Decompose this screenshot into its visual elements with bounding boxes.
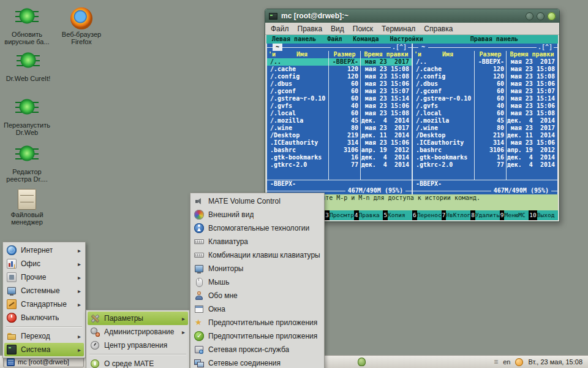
update-notifier-icon[interactable] [515,358,523,366]
menu-item-preferred-applications-1[interactable]: Предпочтительные приложения [192,316,323,329]
file-row[interactable]: .gtk-bookmarks16дек. 4 2014 [413,154,557,161]
column-header-mtime[interactable]: Время правки [506,51,557,58]
fkey-number: 9 [500,210,505,220]
panel-path-tab[interactable]: ~ [418,44,428,51]
menubar-item[interactable]: Справка [420,23,457,34]
menu-item-places[interactable]: Переход▸ [4,329,84,343]
menu-item-about-mate[interactable]: О среде MATE [88,357,188,368]
file-row[interactable]: /.config120мая 23 15:08 [267,73,412,80]
menubar-item[interactable]: Вид [326,23,349,34]
tray-icon[interactable] [358,358,366,366]
mc-menu-item[interactable]: Настройки [385,35,429,44]
file-row[interactable]: /Desktop219дек. 11 2014 [413,132,557,139]
keyboard-icon [194,237,204,247]
fkey-5[interactable]: 5Копия [383,210,412,220]
file-row[interactable]: /.mozilla45дек. 4 2014 [267,117,412,125]
desktop-icon-drweb-cureit[interactable]: Dr.Web CureIt! [1,52,55,82]
file-row[interactable]: /.gconf60мая 23 15:07 [413,88,557,95]
mc-menu-item[interactable]: Файл [322,35,347,44]
desktop-icon-file-manager[interactable]: Файловый менеджер [0,189,54,226]
menu-item-assistive-technologies[interactable]: Вспомогательные технологии [192,221,323,235]
file-row[interactable]: .gtkrc-2.077дек. 4 2014 [413,161,557,169]
file-row[interactable]: .bashrc3106апр. 19 2012 [413,147,557,154]
file-row[interactable]: /.wine80мая 23 2017 [413,125,557,132]
menu-item-shutdown[interactable]: Выключить [4,311,84,324]
window-titlebar[interactable]: mc [root@drweb]:~ [265,9,559,23]
menu-item-other[interactable]: Прочие▸ [4,270,84,284]
file-row[interactable]: /.local60мая 23 15:08 [267,110,412,117]
desktop-icon-registry-editor[interactable]: Редактор реестра Dr.... [0,145,54,183]
menu-item-keyboard[interactable]: Клавиатура [192,235,323,248]
menubar-item[interactable]: Файл [266,23,293,34]
menu-item-volume-control[interactable]: MATE Volume Control [192,194,323,208]
file-row[interactable]: /.gstrea~r-0.1060мая 23 15:14 [413,95,557,102]
mc-menu-item[interactable]: Команда [347,35,384,44]
fkey-3[interactable]: 3Просмтр [325,210,354,220]
desktop-icon-update-virus-db[interactable]: Обновить вирусные ба... [0,7,54,45]
menu-item-accessories[interactable]: Стандартные▸ [4,297,84,311]
column-header-size[interactable]: Размер [474,51,506,58]
mc-menu-item[interactable]: Левая панель [266,35,322,44]
menu-item-windows[interactable]: Окна [192,302,323,316]
clock[interactable]: Вт., 23 мая, 15:08 [528,358,582,366]
file-row[interactable]: /Desktop219дек. 11 2014 [267,132,412,139]
keyboard-layout-indicator[interactable]: en [503,358,510,366]
column-header-name[interactable]: 'иИмя [413,51,474,58]
file-row[interactable]: /.local60мая 23 15:08 [413,110,557,117]
minimize-button[interactable] [526,12,533,20]
menu-item-system[interactable]: Система▸ [4,343,84,356]
file-row[interactable]: /.cache120мая 23 15:08 [413,66,557,73]
panel-path-tab[interactable]: ~ [273,44,282,51]
file-row[interactable]: /.cache120мая 23 15:08 [267,66,412,73]
column-header-size[interactable]: Размер [328,51,360,58]
file-row[interactable]: .ICEauthority314мая 23 15:06 [267,139,412,147]
file-row[interactable]: /.dbus60мая 23 15:06 [413,80,557,88]
menubar-item[interactable]: Поиск [349,23,377,34]
file-mtime: апр. 19 2012 [360,147,412,154]
file-row[interactable]: .gtk-bookmarks16дек. 4 2014 [267,154,412,161]
desktop-icon-restart-drweb[interactable]: Перезапустить Dr.Web [0,98,54,136]
menu-item-appearance[interactable]: Внешний вид [192,208,323,221]
menu-item-internet[interactable]: Интернет▸ [4,243,84,257]
file-row[interactable]: /.gstrea~r-0.1060мая 23 15:14 [267,95,412,102]
fkey-7[interactable]: 7НвКтлог [442,210,471,220]
fkey-6[interactable]: 6Перенос [412,210,442,220]
menubar-item[interactable]: Правка [293,23,327,34]
menu-item-office[interactable]: Офис▸ [4,257,84,270]
menu-item-preferences[interactable]: Параметры▸ [88,312,188,325]
fkey-9[interactable]: 9МенюМС [500,210,529,220]
column-header-name[interactable]: 'иИмя [267,51,328,58]
file-row[interactable]: /..-ВВЕРХ-мая 23 2017 [267,58,412,66]
close-button[interactable] [548,12,556,20]
fkey-4[interactable]: 4Правка [354,210,383,220]
menu-item-about-me[interactable]: Обо мне [192,289,323,302]
fkey-8[interactable]: 8Удалить [470,210,500,220]
file-row[interactable]: /.gvfs40мая 23 15:06 [413,102,557,110]
menu-item-mouse[interactable]: Мышь [192,275,323,289]
menu-item-system-tools[interactable]: Системные▸ [4,284,84,297]
menu-item-preferred-applications-2[interactable]: Предпочтительные приложения [192,329,323,343]
menu-item-control-center[interactable]: Центр управления [88,339,188,352]
taskbar-window-button[interactable]: mc [root@drweb] [3,357,84,367]
file-row[interactable]: /.dbus60мая 23 15:06 [267,80,412,88]
menu-item-network-connections[interactable]: Сетевые соединения [192,356,323,368]
file-row[interactable]: /.wine80мая 23 2017 [267,125,412,132]
menu-item-network-proxy[interactable]: Сетевая прокси-служба [192,343,323,356]
file-row[interactable]: .gtkrc-2.077дек. 4 2014 [267,161,412,169]
file-row[interactable]: .bashrc3106апр. 19 2012 [267,147,412,154]
menu-item-monitors[interactable]: Мониторы [192,262,323,275]
file-row[interactable]: .ICEauthority314мая 23 15:06 [413,139,557,147]
file-row[interactable]: /.gvfs40мая 23 15:06 [267,102,412,110]
menubar-item[interactable]: Терминал [377,23,420,34]
file-row[interactable]: /.mozilla45дек. 4 2014 [413,117,557,125]
menu-item-keyboard-shortcuts[interactable]: Комбинации клавиш клавиатуры [192,248,323,262]
file-row[interactable]: /..-ВВЕРХ-мая 23 2017 [413,58,557,66]
desktop-icon-firefox[interactable]: Веб-браузер Firefox [55,7,108,45]
menu-item-administration[interactable]: Администрирование▸ [88,325,188,339]
mc-menu-item[interactable]: Правая панель [465,35,524,44]
file-row[interactable]: /.config120мая 23 15:08 [413,73,557,80]
file-row[interactable]: /.gconf60мая 23 15:07 [267,88,412,95]
maximize-button[interactable] [537,12,545,20]
column-header-mtime[interactable]: Время правки [360,51,412,58]
fkey-10[interactable]: 10Выход [529,210,558,220]
